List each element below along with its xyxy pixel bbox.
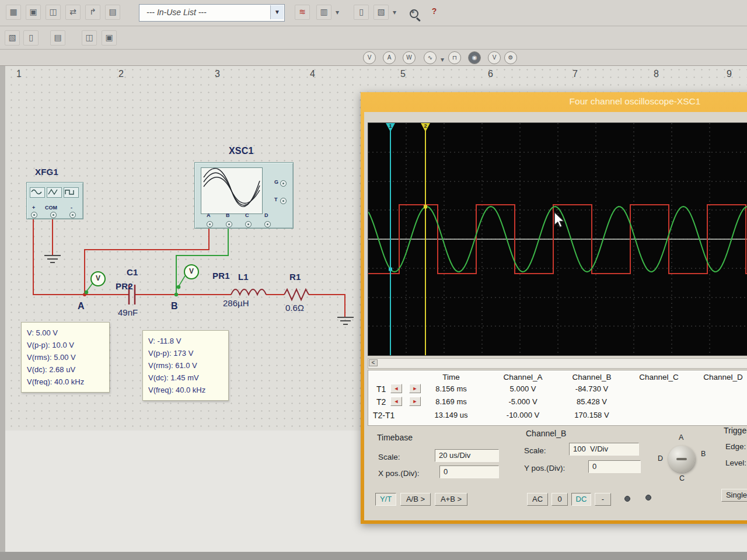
mouse-cursor <box>553 211 566 229</box>
c1-label: C1 <box>127 267 138 277</box>
xsc1-c-terminal[interactable] <box>245 221 252 228</box>
channel-led-2[interactable] <box>645 495 651 501</box>
square-wave-button[interactable] <box>64 187 79 198</box>
readout-a-line: V: 5.00 V <box>27 327 104 339</box>
coupling-minus-button[interactable]: - <box>595 493 611 506</box>
readout-a-line: V(freq): 40.0 kHz <box>27 376 104 388</box>
cursor-t1[interactable] <box>390 123 391 355</box>
col-time: Time <box>416 373 486 382</box>
channel-b-scale-label: Scale: <box>524 446 546 455</box>
ground-symbol-left[interactable] <box>44 256 61 262</box>
cursor-t1-number: 1 <box>389 123 392 129</box>
t1-channel-b: -84.730 V <box>557 384 627 393</box>
oscilloscope-icon-xsc1[interactable]: G T A B C D <box>194 162 294 229</box>
c1-value: 49nF <box>118 307 138 317</box>
resistor-r1[interactable] <box>284 289 309 300</box>
timebase-xpos-label: X pos.(Div): <box>378 469 420 478</box>
r1-value: 0.6Ω <box>285 303 304 313</box>
l1-value: 286µH <box>223 298 249 308</box>
coupling-0-button[interactable]: 0 <box>551 493 568 506</box>
t2t1-channel-b: 170.158 V <box>557 411 627 419</box>
probe-pr2[interactable]: V <box>90 271 106 286</box>
channel-b-ypos-value[interactable]: 0 <box>588 460 641 473</box>
yt-mode-button[interactable]: Y/T <box>375 493 396 506</box>
xsc1-d-terminal[interactable] <box>264 221 271 228</box>
readout-b-line: V(freq): 40.0 kHz <box>148 384 223 396</box>
oscilloscope-titlebar[interactable]: Four channel oscilloscope-XSC1 <box>361 92 747 112</box>
xsc1-g-label: G <box>274 179 278 185</box>
trigger-level-label: Level: <box>725 459 746 467</box>
t2-channel-b: 85.428 V <box>557 397 627 406</box>
probe-readout-b: V: -11.8 V V(p-p): 173 V V(rms): 61.0 V … <box>142 330 229 401</box>
inductor-l1[interactable] <box>231 289 266 295</box>
readout-b-line: V(dc): 1.45 mV <box>148 372 223 384</box>
row-t2t1-label: T2-T1 <box>373 411 395 420</box>
oscilloscope-window: Four channel oscilloscope-XSC1 1 2 < Tim… <box>361 92 747 524</box>
ground-symbol-right[interactable] <box>337 317 354 324</box>
pr2-label: PR2 <box>116 281 133 291</box>
ab-mode-button[interactable]: A/B > <box>400 493 431 506</box>
xfg1-com-terminal[interactable] <box>50 212 57 218</box>
pr1-label: PR1 <box>212 271 230 281</box>
xsc1-a-terminal[interactable] <box>207 221 213 228</box>
xsc1-g-terminal[interactable] <box>280 180 287 187</box>
channel-selector-knob[interactable] <box>668 446 695 473</box>
t1-channel-a: 5.000 V <box>488 384 558 393</box>
timebase-scale-label: Scale: <box>378 453 400 461</box>
scroll-left-button[interactable]: < <box>369 359 378 366</box>
readout-b-line: V: -11.8 V <box>148 335 223 347</box>
row-t2-label: T2 <box>376 397 386 407</box>
knob-d-label: D <box>658 454 663 463</box>
coupling-ac-button[interactable]: AC <box>527 493 548 506</box>
probe-pr1-v: V <box>189 267 194 275</box>
xsc1-t-label: T <box>274 197 278 202</box>
coupling-dc-button[interactable]: DC <box>571 493 591 506</box>
xfg1-minus-terminal[interactable] <box>69 212 76 218</box>
green-wire[interactable] <box>176 226 228 295</box>
timebase-xpos-value[interactable]: 0 <box>439 466 499 478</box>
xsc1-b-terminal[interactable] <box>226 221 232 228</box>
xsc1-b-label: B <box>226 212 230 218</box>
channel-b-scale-value[interactable]: 100 V/Div <box>569 443 639 456</box>
timebase-scale-value[interactable]: 20 us/Div <box>435 449 499 462</box>
t1-time: 8.156 ms <box>416 384 486 393</box>
t2-move-left-button[interactable]: ◄ <box>390 397 402 406</box>
col-channel-d: Channel_D <box>688 373 747 382</box>
trigger-edge-label: Edge: <box>725 442 746 451</box>
scope-scrollbar[interactable]: < <box>368 358 747 369</box>
xsc1-c-label: C <box>245 212 249 218</box>
channel-led-1[interactable] <box>624 496 630 502</box>
readout-a-line: V(dc): 2.68 uV <box>27 363 104 376</box>
t2-time: 8.169 ms <box>416 397 486 406</box>
xfg1-minus-label: - <box>71 205 72 211</box>
trigger-title: Trigger <box>724 426 747 435</box>
readout-b-line: V(p-p): 173 V <box>148 347 223 359</box>
xfg1-plus-label: + <box>32 205 35 211</box>
trigger-single-button[interactable]: Single <box>721 489 747 502</box>
xfg1-plus-terminal[interactable] <box>31 212 37 218</box>
a-plus-b-mode-button[interactable]: A+B > <box>435 493 467 506</box>
t1-move-left-button[interactable]: ◄ <box>390 384 402 393</box>
channel-b-ypos-label: Y pos.(Div): <box>524 464 565 473</box>
triangle-wave-button[interactable] <box>47 187 62 198</box>
readout-b-line: V(rms): 61.0 V <box>148 359 223 372</box>
t2t1-time: 13.149 us <box>416 411 486 419</box>
readout-a-line: V(p-p): 10.0 V <box>27 339 104 351</box>
col-channel-c: Channel_C <box>624 373 694 382</box>
function-generator-xfg1[interactable]: + COM - <box>26 182 83 219</box>
sine-wave-button[interactable] <box>30 187 45 198</box>
oscilloscope-title: Four channel oscilloscope-XSC1 <box>570 96 701 106</box>
xfg1-com-label: COM <box>45 205 57 211</box>
cursor-t2[interactable] <box>425 123 426 355</box>
xsc1-t-terminal[interactable] <box>280 198 287 204</box>
xsc1-d-label: D <box>264 212 268 218</box>
xsc1-label: XSC1 <box>229 146 254 156</box>
probe-pr2-v: V <box>96 274 100 282</box>
measurement-panel: Time Channel_A Channel_B Channel_C Chann… <box>368 370 747 426</box>
col-channel-a: Channel_A <box>488 373 558 382</box>
node-b-label: B <box>171 301 178 312</box>
probe-pr1[interactable]: V <box>184 264 199 279</box>
t2t1-channel-a: -10.000 V <box>488 411 558 419</box>
channel-b-title: Channel_B <box>526 429 566 438</box>
readout-a-line: V(rms): 5.00 V <box>27 351 104 363</box>
